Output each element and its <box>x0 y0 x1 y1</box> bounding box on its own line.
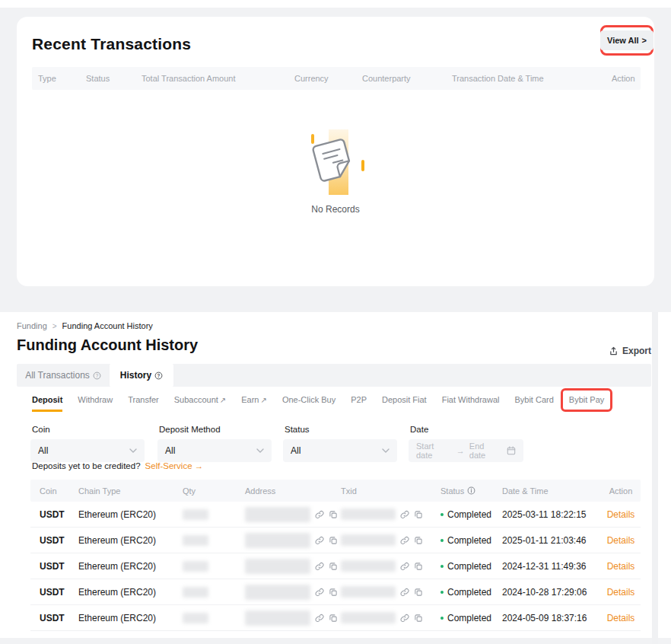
column-header-status: Status <box>86 74 142 83</box>
copy-icon[interactable] <box>414 562 423 571</box>
copy-icon[interactable] <box>329 562 338 571</box>
empty-state: No Records <box>17 128 654 215</box>
redacted-txid <box>341 560 396 572</box>
column-header-status: Status <box>440 486 502 496</box>
tab-history[interactable]: History ? <box>110 364 173 387</box>
details-link[interactable]: Details <box>601 587 641 598</box>
chain-type-cell: Ethereum (ERC20) <box>78 561 183 572</box>
subtab-one-click-buy[interactable]: One-Click Buy <box>282 395 336 412</box>
coin-cell: USDT <box>40 613 78 623</box>
link-icon[interactable] <box>400 588 409 597</box>
breadcrumb-current: Funding Account History <box>62 321 153 330</box>
subtab-earn[interactable]: Earn↗ <box>241 395 267 412</box>
link-icon[interactable] <box>400 536 409 545</box>
link-icon[interactable] <box>400 562 409 571</box>
filter-status: Status All <box>283 425 397 462</box>
status-cell-label: Completed <box>447 535 491 546</box>
redacted-txid <box>341 509 396 520</box>
main-tabbar: All Transactions ? History ? <box>17 364 651 387</box>
subtab-transfer[interactable]: Transfer <box>128 395 159 412</box>
svg-text:?: ? <box>157 372 161 378</box>
credit-notice: Deposits yet to be credited? Self-Servic… <box>32 461 203 470</box>
subtab-bybit-pay[interactable]: Bybit Pay <box>569 395 604 412</box>
previous-section-edge <box>0 0 671 8</box>
tab-all-transactions[interactable]: All Transactions ? <box>17 364 110 387</box>
details-link[interactable]: Details <box>601 561 641 572</box>
details-link[interactable]: Details <box>601 613 641 623</box>
filter-status-label: Status <box>285 425 397 434</box>
column-header-address: Address <box>245 486 341 496</box>
self-service-label: Self-Service <box>145 461 192 470</box>
coin-select[interactable]: All <box>30 439 145 462</box>
subtab-deposit-fiat[interactable]: Deposit Fiat <box>382 395 427 412</box>
column-header-txid: Txid <box>341 486 440 496</box>
filter-date: Date Start date → End date <box>409 425 523 462</box>
arrow-right-icon: → <box>195 461 204 470</box>
coin-select-value: All <box>38 445 48 456</box>
link-icon[interactable] <box>315 614 324 623</box>
table-row: USDT Ethereum (ERC20) Completed 2025-01-… <box>30 528 641 553</box>
subtab-subaccount[interactable]: Subaccount↗ <box>174 395 227 412</box>
column-header-coin: Coin <box>40 486 78 496</box>
self-service-link[interactable]: Self-Service → <box>145 461 204 470</box>
deposit-method-select[interactable]: All <box>157 439 272 462</box>
column-header-counterparty: Counterparty <box>362 74 452 83</box>
chevron-down-icon <box>382 448 390 453</box>
deposit-method-select-value: All <box>165 445 175 456</box>
copy-icon[interactable] <box>329 536 338 545</box>
chain-type-cell: Ethereum (ERC20) <box>78 587 183 598</box>
column-header-qty: Qty <box>183 486 245 496</box>
view-all-button[interactable]: View All > <box>600 30 654 50</box>
status-select[interactable]: All <box>283 439 397 462</box>
redacted-txid <box>341 534 396 546</box>
recent-transactions-card: Recent Transactions View All > Type Stat… <box>17 17 654 286</box>
view-all-label: View All <box>607 36 639 45</box>
link-icon[interactable] <box>400 510 409 519</box>
details-link[interactable]: Details <box>601 535 641 546</box>
subtab-label: Subaccount <box>174 395 218 404</box>
table-row: USDT Ethereum (ERC20) Completed 2024-10-… <box>30 579 641 605</box>
calendar-icon <box>507 446 516 455</box>
redacted-qty <box>183 509 208 520</box>
date-range-input[interactable]: Start date → End date <box>409 439 523 462</box>
copy-icon[interactable] <box>414 510 423 519</box>
copy-icon[interactable] <box>414 588 423 597</box>
table-row: USDT Ethereum (ERC20) Completed 2024-05-… <box>30 605 641 631</box>
column-header-type: Type <box>32 74 86 83</box>
datetime-cell: 2025-01-11 21:03:46 <box>502 535 601 546</box>
redacted-txid <box>341 612 396 623</box>
link-icon[interactable] <box>315 536 324 545</box>
copy-icon[interactable] <box>329 614 338 623</box>
question-circle-icon: ? <box>154 371 163 380</box>
filter-deposit-method-label: Deposit Method <box>159 425 272 434</box>
redacted-address <box>245 585 310 600</box>
column-header-chain-type: Chain Type <box>78 486 183 496</box>
copy-icon[interactable] <box>329 588 338 597</box>
coin-cell: USDT <box>40 535 78 546</box>
breadcrumb-funding[interactable]: Funding <box>17 321 47 330</box>
breadcrumb-separator-icon: > <box>52 322 57 330</box>
chain-type-cell: Ethereum (ERC20) <box>78 535 183 546</box>
subtab-fiat-withdrawal[interactable]: Fiat Withdrawal <box>442 395 500 412</box>
copy-icon[interactable] <box>329 510 338 519</box>
redacted-qty <box>183 613 208 623</box>
status-cell-label: Completed <box>447 613 491 623</box>
link-icon[interactable] <box>400 614 409 623</box>
status-cell-label: Completed <box>447 561 491 572</box>
subtab-p2p[interactable]: P2P <box>351 395 367 412</box>
redacted-address <box>245 507 310 522</box>
filter-coin: Coin All <box>30 425 145 462</box>
details-link[interactable]: Details <box>601 509 641 520</box>
subtab-deposit[interactable]: Deposit <box>32 395 62 412</box>
subtab-withdraw[interactable]: Withdraw <box>78 395 113 412</box>
export-button[interactable]: Export <box>609 346 651 356</box>
status-dot <box>440 617 444 620</box>
subtab-bybit-card[interactable]: Bybit Card <box>514 395 553 412</box>
link-icon[interactable] <box>315 510 324 519</box>
copy-icon[interactable] <box>414 614 423 623</box>
copy-icon[interactable] <box>414 536 423 545</box>
link-icon[interactable] <box>315 562 324 571</box>
external-link-icon: ↗ <box>220 396 226 404</box>
link-icon[interactable] <box>315 588 324 597</box>
scrollbar-track[interactable] <box>652 312 658 644</box>
